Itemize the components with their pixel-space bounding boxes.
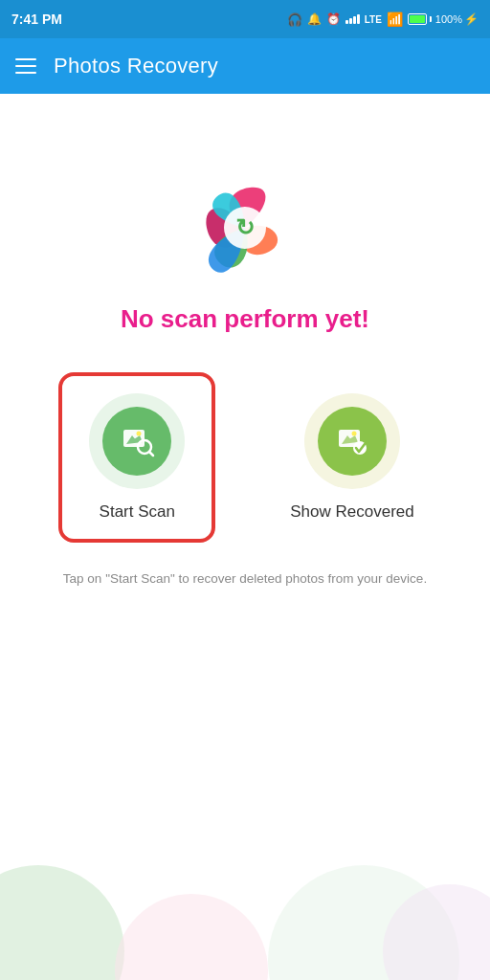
charging-icon: ⚡ [464,12,479,26]
hint-text: Tap on "Start Scan" to recover deleted p… [34,569,456,589]
status-icons: 🎧 🔔 ⏰ LTE 📶 100% ⚡ [287,11,479,27]
headphone-icon: 🎧 [287,12,302,27]
show-icon [334,423,370,459]
status-time: 7:41 PM [11,11,62,27]
svg-line-6 [149,452,153,456]
status-bar: 7:41 PM 🎧 🔔 ⏰ LTE 📶 100% ⚡ [0,0,490,38]
wifi-icon: 📶 [387,11,403,27]
svg-point-4 [137,432,142,436]
svg-point-9 [352,432,357,436]
battery-tip [430,16,432,22]
start-scan-button[interactable]: Start Scan [58,372,215,543]
main-content: ↻ No scan perform yet! [0,94,490,980]
battery-icon [408,13,427,25]
decorative-circles [0,808,490,980]
show-circle-inner [318,407,387,476]
battery-container: 100% ⚡ [408,12,479,26]
start-scan-label: Start Scan [100,502,175,522]
alarm-icon: ⏰ [326,12,341,26]
signal-icon [345,14,360,24]
app-logo: ↻ [197,180,293,276]
lte-icon: LTE [365,14,382,25]
menu-button[interactable] [15,58,36,74]
scan-icon [119,423,155,459]
scan-circle-inner [102,407,171,476]
app-title: Photos Recovery [54,54,218,78]
deco-circle-2 [115,894,268,980]
battery-percent: 100% [435,13,462,25]
show-recovered-button[interactable]: Show Recovered [273,376,431,539]
scan-circle-bg [89,393,185,489]
buttons-row: Start Scan [0,372,490,543]
no-scan-text: No scan perform yet! [121,304,369,334]
show-circle-bg [304,393,400,489]
notification-icon: 🔔 [307,12,322,26]
app-bar: Photos Recovery [0,38,490,94]
svg-text:↻: ↻ [235,214,255,240]
deco-circle-1 [0,865,124,980]
show-recovered-label: Show Recovered [290,502,413,522]
